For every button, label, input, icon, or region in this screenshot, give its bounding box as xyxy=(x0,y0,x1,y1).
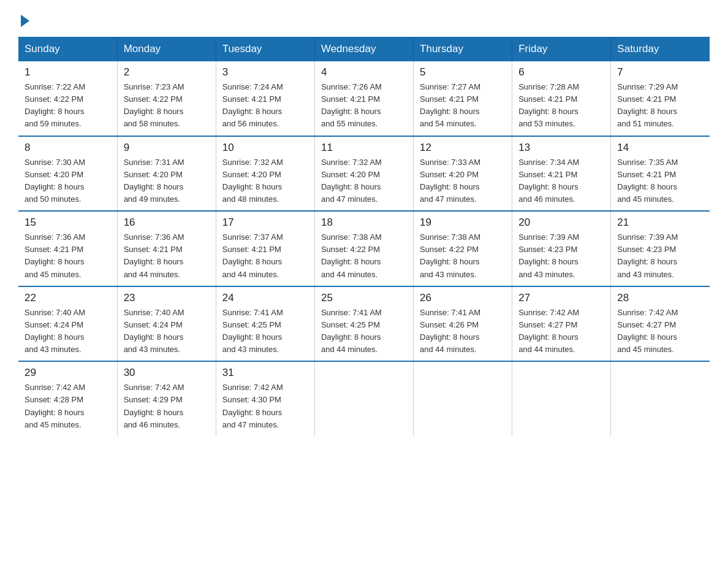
day-info: Sunrise: 7:22 AMSunset: 4:22 PMDaylight:… xyxy=(25,81,111,131)
calendar-cell: 8Sunrise: 7:30 AMSunset: 4:20 PMDaylight… xyxy=(18,136,117,212)
calendar-cell: 22Sunrise: 7:40 AMSunset: 4:24 PMDayligh… xyxy=(18,286,117,362)
calendar-header-saturday: Saturday xyxy=(611,37,710,61)
calendar-header-tuesday: Tuesday xyxy=(216,37,314,61)
calendar-cell: 14Sunrise: 7:35 AMSunset: 4:21 PMDayligh… xyxy=(611,136,710,212)
page-header xyxy=(18,12,710,25)
calendar-cell: 31Sunrise: 7:42 AMSunset: 4:30 PMDayligh… xyxy=(216,361,314,436)
day-number: 10 xyxy=(222,142,308,154)
calendar-header-sunday: Sunday xyxy=(18,37,117,61)
calendar-cell: 17Sunrise: 7:37 AMSunset: 4:21 PMDayligh… xyxy=(216,211,314,286)
day-info: Sunrise: 7:29 AMSunset: 4:21 PMDaylight:… xyxy=(617,81,703,131)
calendar-header-thursday: Thursday xyxy=(414,37,512,61)
day-number: 11 xyxy=(321,142,407,154)
day-info: Sunrise: 7:38 AMSunset: 4:22 PMDaylight:… xyxy=(420,231,506,281)
calendar-cell: 4Sunrise: 7:26 AMSunset: 4:21 PMDaylight… xyxy=(314,61,413,136)
logo xyxy=(18,12,29,25)
calendar-cell: 27Sunrise: 7:42 AMSunset: 4:27 PMDayligh… xyxy=(512,286,611,362)
calendar-cell: 5Sunrise: 7:27 AMSunset: 4:21 PMDaylight… xyxy=(414,61,512,136)
day-info: Sunrise: 7:37 AMSunset: 4:21 PMDaylight:… xyxy=(222,231,308,281)
day-info: Sunrise: 7:39 AMSunset: 4:23 PMDaylight:… xyxy=(518,231,604,281)
calendar-week-row: 29Sunrise: 7:42 AMSunset: 4:28 PMDayligh… xyxy=(18,361,710,436)
day-info: Sunrise: 7:27 AMSunset: 4:21 PMDaylight:… xyxy=(420,81,506,131)
day-info: Sunrise: 7:41 AMSunset: 4:25 PMDaylight:… xyxy=(222,307,308,356)
day-number: 16 xyxy=(124,216,210,229)
day-info: Sunrise: 7:42 AMSunset: 4:29 PMDaylight:… xyxy=(124,381,210,431)
calendar-cell: 12Sunrise: 7:33 AMSunset: 4:20 PMDayligh… xyxy=(414,136,512,212)
calendar-cell: 6Sunrise: 7:28 AMSunset: 4:21 PMDaylight… xyxy=(512,61,611,136)
day-info: Sunrise: 7:42 AMSunset: 4:27 PMDaylight:… xyxy=(617,307,703,356)
calendar-week-row: 8Sunrise: 7:30 AMSunset: 4:20 PMDaylight… xyxy=(18,136,710,212)
day-number: 27 xyxy=(518,292,604,304)
calendar-cell: 7Sunrise: 7:29 AMSunset: 4:21 PMDaylight… xyxy=(611,61,710,136)
day-number: 5 xyxy=(420,66,506,79)
day-number: 26 xyxy=(420,292,506,304)
day-number: 31 xyxy=(222,367,308,379)
day-number: 13 xyxy=(518,142,604,154)
calendar-cell: 23Sunrise: 7:40 AMSunset: 4:24 PMDayligh… xyxy=(117,286,216,362)
day-number: 7 xyxy=(617,66,703,79)
day-info: Sunrise: 7:30 AMSunset: 4:20 PMDaylight:… xyxy=(25,156,111,206)
calendar-header-wednesday: Wednesday xyxy=(314,37,413,61)
calendar-cell: 18Sunrise: 7:38 AMSunset: 4:22 PMDayligh… xyxy=(314,211,413,286)
day-number: 23 xyxy=(124,292,210,304)
calendar-cell: 3Sunrise: 7:24 AMSunset: 4:21 PMDaylight… xyxy=(216,61,314,136)
logo-arrow-icon xyxy=(21,15,29,27)
day-number: 18 xyxy=(321,216,407,229)
day-info: Sunrise: 7:32 AMSunset: 4:20 PMDaylight:… xyxy=(321,156,407,206)
calendar-cell: 19Sunrise: 7:38 AMSunset: 4:22 PMDayligh… xyxy=(414,211,512,286)
day-info: Sunrise: 7:38 AMSunset: 4:22 PMDaylight:… xyxy=(321,231,407,281)
calendar-cell: 25Sunrise: 7:41 AMSunset: 4:25 PMDayligh… xyxy=(314,286,413,362)
day-info: Sunrise: 7:42 AMSunset: 4:27 PMDaylight:… xyxy=(518,307,604,356)
day-number: 30 xyxy=(124,367,210,379)
calendar-cell: 29Sunrise: 7:42 AMSunset: 4:28 PMDayligh… xyxy=(18,361,117,436)
calendar-cell: 16Sunrise: 7:36 AMSunset: 4:21 PMDayligh… xyxy=(117,211,216,286)
calendar-week-row: 15Sunrise: 7:36 AMSunset: 4:21 PMDayligh… xyxy=(18,211,710,286)
calendar-cell: 26Sunrise: 7:41 AMSunset: 4:26 PMDayligh… xyxy=(414,286,512,362)
day-info: Sunrise: 7:33 AMSunset: 4:20 PMDaylight:… xyxy=(420,156,506,206)
day-number: 28 xyxy=(617,292,703,304)
day-number: 24 xyxy=(222,292,308,304)
calendar-cell: 2Sunrise: 7:23 AMSunset: 4:22 PMDaylight… xyxy=(117,61,216,136)
day-number: 3 xyxy=(222,66,308,79)
calendar-cell: 13Sunrise: 7:34 AMSunset: 4:21 PMDayligh… xyxy=(512,136,611,212)
day-info: Sunrise: 7:31 AMSunset: 4:20 PMDaylight:… xyxy=(124,156,210,206)
day-info: Sunrise: 7:35 AMSunset: 4:21 PMDaylight:… xyxy=(617,156,703,206)
calendar-cell: 9Sunrise: 7:31 AMSunset: 4:20 PMDaylight… xyxy=(117,136,216,212)
calendar-cell: 20Sunrise: 7:39 AMSunset: 4:23 PMDayligh… xyxy=(512,211,611,286)
day-info: Sunrise: 7:42 AMSunset: 4:28 PMDaylight:… xyxy=(25,381,111,431)
day-info: Sunrise: 7:42 AMSunset: 4:30 PMDaylight:… xyxy=(222,381,308,431)
calendar-cell: 21Sunrise: 7:39 AMSunset: 4:23 PMDayligh… xyxy=(611,211,710,286)
day-info: Sunrise: 7:41 AMSunset: 4:26 PMDaylight:… xyxy=(420,307,506,356)
day-number: 8 xyxy=(25,142,111,154)
day-number: 22 xyxy=(25,292,111,304)
calendar-table: SundayMondayTuesdayWednesdayThursdayFrid… xyxy=(18,37,710,436)
calendar-cell: 10Sunrise: 7:32 AMSunset: 4:20 PMDayligh… xyxy=(216,136,314,212)
calendar-cell xyxy=(314,361,413,436)
day-info: Sunrise: 7:40 AMSunset: 4:24 PMDaylight:… xyxy=(25,307,111,356)
calendar-header-row: SundayMondayTuesdayWednesdayThursdayFrid… xyxy=(18,37,710,61)
calendar-cell: 11Sunrise: 7:32 AMSunset: 4:20 PMDayligh… xyxy=(314,136,413,212)
day-number: 2 xyxy=(124,66,210,79)
day-info: Sunrise: 7:39 AMSunset: 4:23 PMDaylight:… xyxy=(617,231,703,281)
day-info: Sunrise: 7:34 AMSunset: 4:21 PMDaylight:… xyxy=(518,156,604,206)
day-info: Sunrise: 7:36 AMSunset: 4:21 PMDaylight:… xyxy=(25,231,111,281)
calendar-cell xyxy=(512,361,611,436)
day-number: 6 xyxy=(518,66,604,79)
day-number: 4 xyxy=(321,66,407,79)
day-number: 1 xyxy=(25,66,111,79)
day-number: 15 xyxy=(25,216,111,229)
day-number: 20 xyxy=(518,216,604,229)
calendar-week-row: 22Sunrise: 7:40 AMSunset: 4:24 PMDayligh… xyxy=(18,286,710,362)
day-info: Sunrise: 7:28 AMSunset: 4:21 PMDaylight:… xyxy=(518,81,604,131)
day-number: 19 xyxy=(420,216,506,229)
calendar-cell: 24Sunrise: 7:41 AMSunset: 4:25 PMDayligh… xyxy=(216,286,314,362)
calendar-cell: 1Sunrise: 7:22 AMSunset: 4:22 PMDaylight… xyxy=(18,61,117,136)
day-number: 29 xyxy=(25,367,111,379)
day-info: Sunrise: 7:41 AMSunset: 4:25 PMDaylight:… xyxy=(321,307,407,356)
calendar-cell: 28Sunrise: 7:42 AMSunset: 4:27 PMDayligh… xyxy=(611,286,710,362)
day-number: 12 xyxy=(420,142,506,154)
calendar-cell: 15Sunrise: 7:36 AMSunset: 4:21 PMDayligh… xyxy=(18,211,117,286)
calendar-header-friday: Friday xyxy=(512,37,611,61)
calendar-cell xyxy=(414,361,512,436)
day-number: 17 xyxy=(222,216,308,229)
